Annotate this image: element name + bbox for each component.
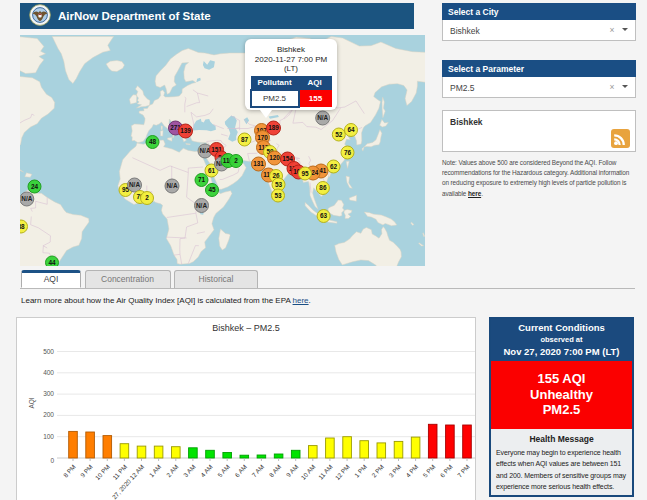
svg-text:189: 189 <box>268 124 279 131</box>
svg-text:7 AM: 7 AM <box>250 463 265 478</box>
svg-text:139: 139 <box>180 127 191 134</box>
svg-text:95: 95 <box>301 169 309 176</box>
svg-text:131: 131 <box>253 160 264 167</box>
svg-text:120: 120 <box>269 154 280 161</box>
svg-text:86: 86 <box>319 184 327 191</box>
svg-text:88: 88 <box>20 222 25 229</box>
svg-text:11 AM: 11 AM <box>317 463 334 481</box>
svg-text:87: 87 <box>241 135 249 142</box>
svg-text:2 AM: 2 AM <box>165 463 180 478</box>
svg-text:9 AM: 9 AM <box>285 463 300 478</box>
svg-text:2: 2 <box>145 194 149 201</box>
svg-text:6 AM: 6 AM <box>233 463 248 478</box>
svg-text:71: 71 <box>198 176 206 183</box>
svg-text:AQI: AQI <box>28 397 36 408</box>
svg-text:62: 62 <box>330 162 338 169</box>
svg-text:5 PM: 5 PM <box>421 463 436 479</box>
svg-text:1 PM: 1 PM <box>353 463 368 479</box>
svg-text:45: 45 <box>208 186 216 193</box>
svg-text:9 PM: 9 PM <box>79 463 94 479</box>
svg-text:64: 64 <box>347 126 355 133</box>
svg-text:0: 0 <box>50 457 54 464</box>
svg-text:N/A: N/A <box>129 181 140 188</box>
svg-text:2 PM: 2 PM <box>370 463 385 479</box>
svg-text:63: 63 <box>320 212 328 219</box>
svg-text:4 AM: 4 AM <box>199 463 214 478</box>
svg-text:N/A: N/A <box>317 114 328 121</box>
svg-text:8 AM: 8 AM <box>268 463 283 478</box>
svg-text:3 PM: 3 PM <box>387 463 402 479</box>
svg-text:7 PM: 7 PM <box>456 463 471 479</box>
svg-text:10 AM: 10 AM <box>299 463 316 481</box>
svg-text:500: 500 <box>43 348 54 355</box>
svg-text:100: 100 <box>43 433 54 440</box>
svg-text:76: 76 <box>344 148 352 155</box>
svg-text:61: 61 <box>208 166 216 173</box>
svg-text:8 PM: 8 PM <box>62 463 77 479</box>
svg-text:400: 400 <box>43 369 54 376</box>
svg-text:6 PM: 6 PM <box>439 463 454 479</box>
svg-text:154: 154 <box>282 155 293 162</box>
svg-text:300: 300 <box>43 390 54 397</box>
svg-text:N/A: N/A <box>166 182 177 189</box>
svg-text:200: 200 <box>43 411 54 418</box>
svg-text:53: 53 <box>275 180 283 187</box>
svg-text:48: 48 <box>149 138 157 145</box>
svg-text:12 PM: 12 PM <box>333 463 350 481</box>
svg-text:24: 24 <box>31 182 39 189</box>
svg-text:53: 53 <box>274 191 282 198</box>
svg-text:52: 52 <box>335 130 343 137</box>
svg-text:44: 44 <box>48 258 56 265</box>
svg-text:10 PM: 10 PM <box>94 463 111 481</box>
svg-text:3 AM: 3 AM <box>182 463 197 478</box>
svg-text:4 PM: 4 PM <box>404 463 419 479</box>
svg-text:N/A: N/A <box>21 195 32 202</box>
svg-text:27, 2020 12 AM: 27, 2020 12 AM <box>111 463 146 500</box>
svg-text:2: 2 <box>234 157 238 164</box>
svg-text:5 AM: 5 AM <box>216 463 231 478</box>
svg-text:170: 170 <box>257 133 268 140</box>
svg-text:N/A: N/A <box>196 201 207 208</box>
svg-text:1 AM: 1 AM <box>148 463 163 478</box>
